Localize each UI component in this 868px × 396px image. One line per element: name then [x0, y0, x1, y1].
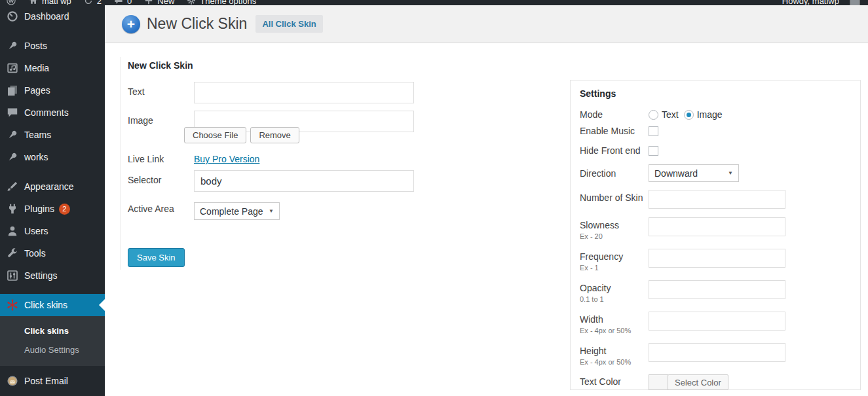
submenu-item-audio-settings[interactable]: Audio Settings — [0, 340, 105, 359]
frequency-hint: Ex - 1 — [580, 264, 649, 272]
sidebar-item-label: Posts — [24, 41, 47, 51]
active-area-value: Complete Page — [200, 206, 263, 217]
height-input[interactable] — [649, 343, 785, 362]
sidebar-item-theme-options[interactable]: Theme options — [0, 392, 105, 396]
sidebar-item-pages[interactable]: Pages — [0, 79, 105, 101]
sidebar-item-label: Pages — [24, 85, 50, 96]
width-input[interactable] — [649, 312, 785, 331]
width-row: Width Ex - 4px or 50% — [580, 312, 851, 334]
updates-menu[interactable]: 2 — [77, 0, 107, 5]
sidebar-item-appearance[interactable]: Appearance — [0, 175, 105, 198]
sidebar-item-label: Media — [24, 63, 49, 73]
pin-icon — [0, 128, 23, 141]
save-skin-button[interactable]: Save Skin — [128, 248, 185, 267]
click-skins-submenu: Click skins Audio Settings — [0, 316, 105, 366]
page-header: + New Click Skin All Click Skin — [105, 5, 868, 43]
snowflake-icon — [0, 298, 23, 312]
slowness-input[interactable] — [649, 217, 785, 236]
radio-unchecked-icon[interactable] — [649, 110, 658, 120]
height-row: Height Ex - 4px or 50% — [580, 343, 851, 366]
comments-menu[interactable]: 0 — [107, 0, 138, 5]
sidebar-item-posts[interactable]: Posts — [0, 35, 105, 57]
remove-file-button[interactable]: Remove — [250, 127, 299, 143]
text-color-label: Text Color — [580, 374, 649, 387]
choose-file-button[interactable]: Choose File — [184, 127, 246, 143]
update-icon — [83, 0, 94, 5]
sidebar-item-media[interactable]: Media — [0, 57, 105, 79]
theme-options-menu[interactable]: Theme options — [180, 0, 262, 5]
wordpress-logo-menu[interactable] — [0, 0, 22, 5]
submenu-item-click-skins[interactable]: Click skins — [0, 321, 105, 340]
enable-music-checkbox[interactable] — [649, 126, 658, 136]
number-of-skin-input[interactable] — [649, 190, 785, 209]
sidebar-item-label: Users — [24, 226, 48, 236]
admin-sidebar: Dashboard Posts Media Pages Comments Tea… — [0, 5, 105, 396]
sidebar-item-plugins[interactable]: Plugins 2 — [0, 198, 105, 220]
text-color-row: Text Color Select Color — [580, 374, 851, 390]
sidebar-item-teams[interactable]: Teams — [0, 124, 105, 146]
avatar-mail-icon — [0, 374, 23, 387]
mode-option-text[interactable]: Text — [649, 109, 679, 120]
mode-row: Mode Text Image — [580, 109, 851, 120]
mode-text-label: Text — [662, 109, 679, 120]
sidebar-item-label: Comments — [24, 107, 69, 118]
direction-select[interactable]: Downward ▼ — [649, 164, 739, 182]
sidebar-item-post-email[interactable]: Post Email — [0, 370, 105, 392]
sidebar-item-works[interactable]: works — [0, 146, 105, 168]
gear-icon — [186, 0, 197, 5]
select-color-button[interactable]: Select Color — [668, 374, 728, 390]
gauge-icon — [0, 10, 23, 23]
mode-option-image[interactable]: Image — [684, 109, 723, 120]
howdy-account-menu[interactable]: Howdy, matiwp — [776, 0, 845, 5]
sidebar-item-click-skins[interactable]: Click skins — [0, 294, 105, 316]
height-label: Height — [580, 346, 649, 356]
sidebar-item-settings[interactable]: Settings — [0, 264, 105, 287]
color-swatch[interactable] — [649, 374, 668, 390]
active-area-select[interactable]: Complete Page ▼ — [194, 202, 280, 220]
opacity-row: Opacity 0.1 to 1 — [580, 280, 851, 303]
sidebar-item-label: Plugins — [24, 204, 54, 214]
live-link-label: Live Link — [128, 153, 194, 164]
hide-front-end-checkbox[interactable] — [649, 146, 658, 156]
sidebar-item-label: works — [24, 152, 48, 162]
width-label: Width — [580, 314, 649, 325]
sidebar-item-users[interactable]: Users — [0, 220, 105, 242]
radio-checked-icon[interactable] — [684, 110, 694, 120]
opacity-hint: 0.1 to 1 — [580, 295, 649, 303]
text-input[interactable] — [194, 82, 414, 103]
buy-pro-version-link[interactable]: Buy Pro Version — [194, 153, 259, 164]
site-name: mati wp — [42, 0, 71, 5]
width-hint: Ex - 4px or 50% — [580, 327, 649, 334]
wordpress-logo-icon — [6, 0, 16, 5]
comment-icon — [0, 106, 23, 119]
sidebar-item-label: Dashboard — [24, 11, 69, 22]
admin-bar: mati wp 2 0 New Theme options Howdy, mat… — [0, 0, 868, 5]
avatar[interactable] — [850, 0, 860, 5]
slowness-row: Slowness Ex - 20 — [580, 217, 851, 240]
direction-row: Direction Downward ▼ — [580, 164, 851, 182]
user-icon — [0, 225, 23, 238]
sliders-icon — [0, 269, 23, 282]
frequency-label: Frequency — [580, 251, 649, 262]
selector-label: Selector — [128, 170, 194, 192]
number-of-skin-label: Number of Skin — [580, 192, 649, 203]
all-click-skin-button[interactable]: All Click Skin — [255, 15, 322, 33]
page-title: New Click Skin — [147, 15, 247, 33]
frequency-input[interactable] — [649, 249, 785, 268]
pages-icon — [0, 84, 23, 97]
main-content: + New Click Skin All Click Skin New Clic… — [105, 5, 868, 396]
site-name-menu[interactable]: mati wp — [22, 0, 77, 5]
new-click-skin-form: New Click Skin Text Image Choose File Re… — [128, 60, 534, 267]
update-count: 2 — [97, 0, 102, 5]
update-count-badge: 2 — [59, 204, 70, 215]
brush-icon — [0, 180, 23, 193]
sidebar-item-label: Click skins — [24, 300, 67, 310]
sidebar-item-comments[interactable]: Comments — [0, 101, 105, 124]
new-content-menu[interactable]: New — [138, 0, 180, 5]
frequency-row: Frequency Ex - 1 — [580, 249, 851, 272]
selector-input[interactable] — [194, 170, 414, 192]
slowness-hint: Ex - 20 — [580, 232, 649, 240]
sidebar-item-tools[interactable]: Tools — [0, 242, 105, 264]
opacity-input[interactable] — [649, 280, 785, 299]
sidebar-item-dashboard[interactable]: Dashboard — [0, 5, 105, 27]
